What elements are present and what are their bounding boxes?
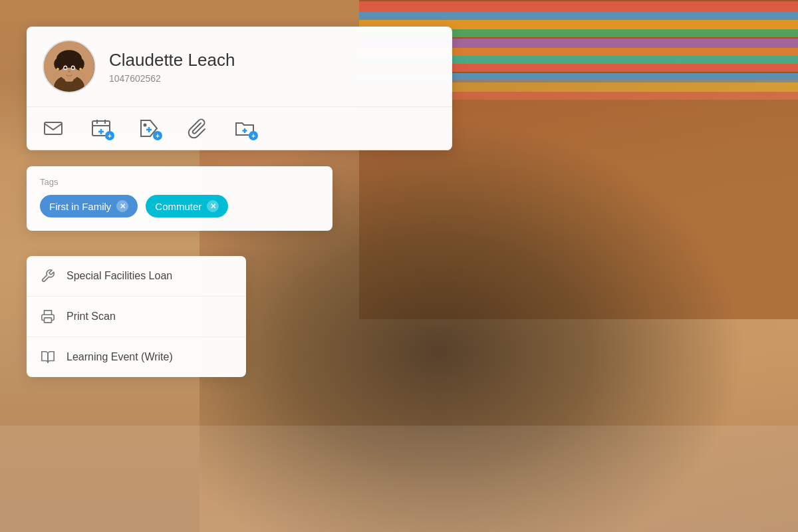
- wrench-icon: [40, 268, 56, 284]
- tag-add-action[interactable]: +: [138, 118, 160, 139]
- tag-commuter[interactable]: Commuter ✕: [146, 195, 228, 217]
- svg-point-9: [64, 66, 66, 69]
- book-icon: [40, 349, 56, 365]
- tags-section-label: Tags: [40, 177, 319, 187]
- email-action[interactable]: [43, 118, 64, 139]
- profile-name: Claudette Leach: [109, 50, 436, 70]
- svg-point-5: [54, 58, 64, 70]
- profile-header: Claudette Leach 1047602562: [27, 27, 452, 107]
- mail-icon: [43, 118, 64, 139]
- tags-list: First in Family ✕ Commuter ✕: [40, 195, 319, 217]
- desk-area: [0, 426, 798, 532]
- profile-id: 1047602562: [109, 73, 436, 84]
- svg-point-12: [57, 68, 59, 70]
- svg-point-11: [68, 70, 70, 72]
- attachment-action[interactable]: [186, 118, 207, 139]
- menu-item-learning-event-write[interactable]: Learning Event (Write): [27, 337, 246, 377]
- profile-info: Claudette Leach 1047602562: [109, 50, 436, 84]
- menu-label-learning-event-write: Learning Event (Write): [66, 351, 173, 363]
- avatar-image: [44, 40, 94, 93]
- menu-label-print-scan: Print Scan: [66, 311, 116, 323]
- folder-add-action[interactable]: +: [234, 118, 255, 139]
- menu-card: Special Facilities Loan Print Scan Learn…: [27, 256, 246, 377]
- svg-point-13: [79, 68, 82, 70]
- profile-card: Claudette Leach 1047602562 +: [27, 27, 452, 150]
- printer-icon: [40, 309, 56, 325]
- svg-rect-26: [45, 318, 52, 323]
- calendar-add-action[interactable]: +: [90, 118, 112, 139]
- calendar-add-badge: +: [105, 131, 114, 140]
- profile-actions: + + +: [27, 107, 452, 150]
- svg-point-21: [144, 124, 147, 127]
- svg-point-6: [74, 58, 84, 70]
- menu-item-print-scan[interactable]: Print Scan: [27, 297, 246, 337]
- tag-first-in-family[interactable]: First in Family ✕: [40, 195, 138, 217]
- avatar: [43, 40, 96, 93]
- tag-commuter-remove[interactable]: ✕: [207, 200, 219, 212]
- tag-first-in-family-label: First in Family: [49, 201, 111, 212]
- paperclip-icon: [186, 118, 207, 139]
- folder-add-badge: +: [249, 131, 258, 140]
- tag-add-badge: +: [153, 131, 162, 140]
- tag-first-in-family-remove[interactable]: ✕: [116, 200, 128, 212]
- svg-point-10: [72, 66, 74, 69]
- svg-rect-14: [45, 122, 62, 134]
- menu-item-special-facilities-loan[interactable]: Special Facilities Loan: [27, 256, 246, 297]
- menu-label-special-facilities-loan: Special Facilities Loan: [66, 270, 172, 282]
- tags-card: Tags First in Family ✕ Commuter ✕: [27, 166, 332, 231]
- tag-commuter-label: Commuter: [155, 201, 201, 212]
